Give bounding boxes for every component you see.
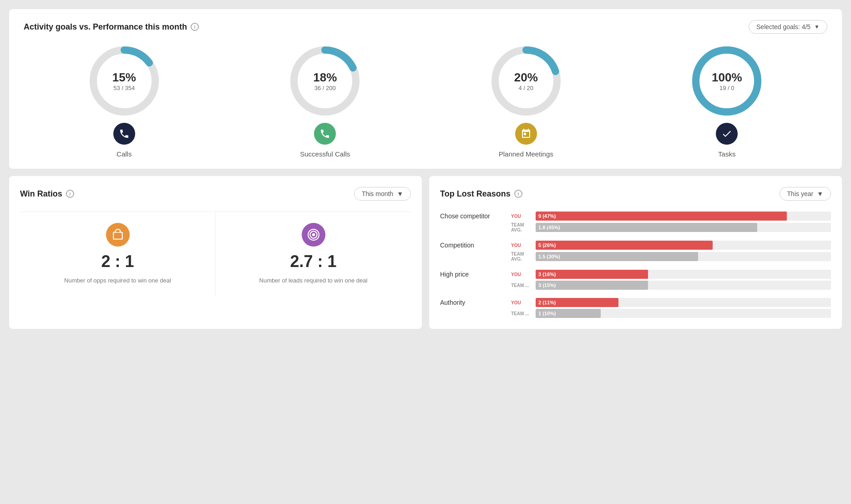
donut-successful-calls: 18% 36 / 200 — [289, 45, 361, 117]
donut-calls: 15% 53 / 354 — [88, 45, 161, 117]
team-bar-row: TEAM ... 3 (15%) — [511, 281, 831, 290]
you-bar-fill: 9 (47%) — [536, 212, 787, 221]
lost-reason-bars: YOU 9 (47%) TEAM AVG. 1.8 (45%) — [511, 212, 831, 232]
donut-fraction-planned-meetings: 4 / 20 — [514, 85, 538, 91]
you-bar-row: YOU 9 (47%) — [511, 212, 831, 221]
metric-calls: 15% 53 / 354 Calls — [24, 45, 225, 158]
lost-reason-label: High price — [440, 270, 504, 278]
you-bar-value: 2 (11%) — [538, 300, 556, 305]
info-icon[interactable]: i — [191, 23, 199, 31]
metric-icon-calls — [113, 123, 135, 145]
panel-header: Activity goals vs. Performance this mont… — [24, 20, 827, 34]
you-bar-track: 3 (16%) — [536, 270, 831, 279]
activity-goals-panel: Activity goals vs. Performance this mont… — [9, 9, 842, 169]
ratio-icon-opps — [106, 223, 130, 247]
svg-point-8 — [312, 233, 315, 237]
win-ratios-info-icon[interactable]: i — [66, 190, 74, 198]
team-label: TEAM ... — [511, 283, 533, 288]
you-bar-track: 2 (11%) — [536, 298, 831, 307]
list-item: Chose competitor YOU 9 (47%) TEAM AVG. 1… — [440, 212, 831, 232]
team-label: TEAM AVG. — [511, 222, 533, 232]
ratio-description-opps: Number of opps required to win one deal — [64, 277, 171, 285]
chevron-down-icon: ▼ — [817, 190, 823, 197]
team-bar-value: 1 (10%) — [538, 311, 556, 316]
win-ratios-period-dropdown[interactable]: This month ▼ — [354, 187, 411, 201]
metric-label-tasks: Tasks — [718, 150, 735, 158]
panel-title: Activity goals vs. Performance this mont… — [24, 22, 199, 32]
win-ratio-card-opps: 2 : 1 Number of opps required to win one… — [20, 212, 216, 296]
donut-tasks: 100% 19 / 0 — [690, 45, 763, 117]
donut-text-calls: 15% 53 / 354 — [112, 71, 136, 91]
you-bar-fill: 2 (11%) — [536, 298, 618, 307]
lost-reason-label: Competition — [440, 241, 504, 249]
win-ratios-panel: Win Ratios i This month ▼ 2 : 1 Number o… — [9, 176, 422, 329]
donut-text-tasks: 100% 19 / 0 — [712, 71, 742, 91]
ratio-value-opps: 2 : 1 — [101, 252, 134, 271]
metric-successful-calls: 18% 36 / 200 Successful Calls — [225, 45, 426, 158]
top-lost-reasons-header: Top Lost Reasons i This year ▼ — [440, 187, 831, 201]
list-item: Authority YOU 2 (11%) TEAM ... 1 (10%) — [440, 298, 831, 318]
donut-percent-calls: 15% — [112, 71, 136, 85]
you-bar-fill: 5 (26%) — [536, 241, 713, 250]
team-bar-track: 1 (10%) — [536, 309, 831, 318]
you-bar-value: 5 (26%) — [538, 242, 556, 248]
donut-text-planned-meetings: 20% 4 / 20 — [514, 71, 538, 91]
donut-percent-tasks: 100% — [712, 71, 742, 85]
donut-fraction-tasks: 19 / 0 — [712, 85, 742, 91]
team-bar-track: 1.5 (30%) — [536, 252, 831, 261]
win-ratios-period-label: This month — [362, 190, 393, 197]
lost-reason-bars: YOU 5 (26%) TEAM AVG. 1.5 (30%) — [511, 241, 831, 262]
you-label: YOU — [511, 214, 533, 219]
donut-fraction-successful-calls: 36 / 200 — [313, 85, 337, 91]
list-item: Competition YOU 5 (26%) TEAM AVG. 1.5 (3… — [440, 241, 831, 262]
you-bar-row: YOU 5 (26%) — [511, 241, 831, 250]
goals-label: Selected goals: 4/5 — [756, 23, 810, 30]
team-bar-track: 1.8 (45%) — [536, 223, 831, 232]
win-ratios-title: Win Ratios i — [20, 189, 74, 199]
you-bar-value: 9 (47%) — [538, 213, 556, 219]
top-lost-reasons-period-dropdown[interactable]: This year ▼ — [780, 187, 831, 201]
team-bar-row: TEAM AVG. 1.8 (45%) — [511, 222, 831, 232]
you-label: YOU — [511, 272, 533, 277]
lost-reason-label: Chose competitor — [440, 212, 504, 220]
win-ratio-cards: 2 : 1 Number of opps required to win one… — [20, 212, 411, 296]
metric-planned-meetings: 20% 4 / 20 Planned Meetings — [426, 45, 627, 158]
team-bar-row: TEAM ... 1 (10%) — [511, 309, 831, 318]
team-label: TEAM AVG. — [511, 252, 533, 262]
donut-planned-meetings: 20% 4 / 20 — [490, 45, 562, 117]
lost-reason-bars: YOU 3 (16%) TEAM ... 3 (15%) — [511, 270, 831, 290]
team-bar-fill: 1.8 (45%) — [536, 223, 757, 232]
top-lost-reasons-panel: Top Lost Reasons i This year ▼ Chose com… — [429, 176, 842, 329]
chevron-down-icon: ▼ — [814, 24, 820, 30]
metric-icon-planned-meetings — [515, 123, 537, 145]
team-label: TEAM ... — [511, 311, 533, 316]
metric-tasks: 100% 19 / 0 Tasks — [627, 45, 828, 158]
metrics-row: 15% 53 / 354 Calls 18% 36 / 200 Successf… — [24, 45, 827, 158]
team-bar-row: TEAM AVG. 1.5 (30%) — [511, 252, 831, 262]
team-bar-value: 3 (15%) — [538, 282, 556, 288]
lost-reasons-list: Chose competitor YOU 9 (47%) TEAM AVG. 1… — [440, 212, 831, 318]
you-bar-value: 3 (16%) — [538, 272, 556, 277]
bottom-row: Win Ratios i This month ▼ 2 : 1 Number o… — [9, 176, 842, 329]
donut-fraction-calls: 53 / 354 — [112, 85, 136, 91]
you-bar-track: 9 (47%) — [536, 212, 831, 221]
goals-dropdown[interactable]: Selected goals: 4/5 ▼ — [749, 20, 827, 34]
list-item: High price YOU 3 (16%) TEAM ... 3 (15%) — [440, 270, 831, 290]
you-label: YOU — [511, 243, 533, 248]
ratio-icon-leads — [302, 223, 325, 247]
top-lost-reasons-info-icon[interactable]: i — [514, 190, 522, 198]
team-bar-track: 3 (15%) — [536, 281, 831, 290]
you-bar-row: YOU 3 (16%) — [511, 270, 831, 279]
panel-title-text: Activity goals vs. Performance this mont… — [24, 22, 187, 32]
donut-percent-successful-calls: 18% — [313, 71, 337, 85]
donut-text-successful-calls: 18% 36 / 200 — [313, 71, 337, 91]
top-lost-reasons-title: Top Lost Reasons i — [440, 189, 522, 199]
win-ratios-title-text: Win Ratios — [20, 189, 62, 199]
lost-reason-label: Authority — [440, 298, 504, 306]
team-bar-fill: 1.5 (30%) — [536, 252, 698, 261]
metric-label-planned-meetings: Planned Meetings — [499, 150, 553, 158]
metric-label-calls: Calls — [117, 150, 132, 158]
metric-label-successful-calls: Successful Calls — [300, 150, 350, 158]
win-ratio-card-leads: 2.7 : 1 Number of leads required to win … — [216, 212, 411, 296]
you-bar-fill: 3 (16%) — [536, 270, 648, 279]
